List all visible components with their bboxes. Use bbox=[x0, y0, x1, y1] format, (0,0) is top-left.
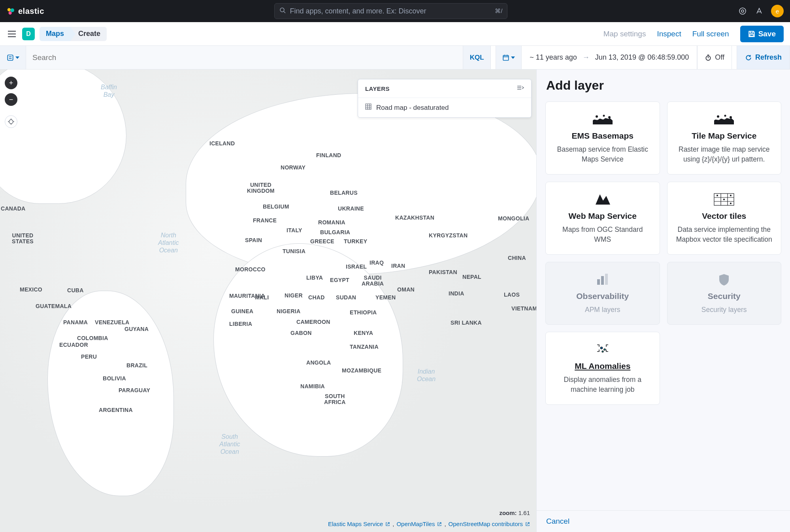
kql-toggle[interactable]: KQL bbox=[463, 46, 491, 69]
map-settings-link[interactable]: Map settings bbox=[603, 30, 646, 38]
country-label: KENYA bbox=[354, 330, 373, 336]
flyout-footer: Cancel bbox=[537, 510, 790, 532]
basemap-icon bbox=[365, 103, 371, 112]
country-label: BULGARIA bbox=[320, 229, 350, 235]
country-label: CHAD bbox=[308, 295, 325, 301]
date-picker-toggle[interactable] bbox=[496, 46, 522, 69]
layer-row[interactable]: Road map - desaturated bbox=[358, 98, 531, 117]
country-label: GABON bbox=[290, 330, 312, 336]
country-label: MALI bbox=[255, 295, 269, 301]
user-avatar[interactable]: e bbox=[771, 5, 784, 17]
elastic-logo-icon bbox=[6, 7, 15, 15]
filter-icon bbox=[7, 54, 14, 61]
country-label: SPAIN bbox=[245, 237, 262, 243]
country-label: UNITED STATES bbox=[12, 233, 34, 245]
country-label: UNITED KINGDOM bbox=[247, 182, 275, 194]
filter-menu[interactable] bbox=[0, 46, 26, 69]
cancel-button[interactable]: Cancel bbox=[546, 517, 569, 525]
svg-rect-49 bbox=[605, 274, 608, 285]
fullscreen-link[interactable]: Full screen bbox=[692, 30, 729, 38]
layers-stack: LAYERS Road map - desaturated Add layer bbox=[358, 74, 532, 98]
ocean-label: South Atlantic Ocean bbox=[219, 433, 240, 456]
country-label: TURKEY bbox=[344, 239, 367, 244]
svg-point-5 bbox=[739, 8, 746, 14]
brand-name: elastic bbox=[18, 7, 44, 16]
country-label: GREECE bbox=[310, 239, 334, 244]
map-canvas[interactable]: Baffin BayNorth Atlantic OceanSouth Atla… bbox=[0, 70, 536, 532]
external-link-icon bbox=[385, 522, 390, 526]
layer-card-wms[interactable]: Web Map ServiceMaps from OGC Standard WM… bbox=[545, 182, 660, 255]
layer-card-obs: ObservabilityAPM layers bbox=[545, 262, 660, 325]
attrib-osm[interactable]: OpenStreetMap contributors bbox=[449, 521, 523, 527]
zoom-in-button[interactable]: + bbox=[5, 77, 17, 89]
svg-rect-12 bbox=[503, 55, 509, 60]
locate-button[interactable] bbox=[5, 115, 17, 128]
svg-rect-27 bbox=[366, 104, 371, 109]
help-icon[interactable] bbox=[738, 6, 747, 16]
sec-icon bbox=[718, 272, 730, 288]
refresh-button[interactable]: Refresh bbox=[737, 46, 790, 69]
auto-refresh-toggle[interactable]: Off bbox=[697, 46, 732, 69]
card-title: Security bbox=[708, 291, 741, 301]
svg-rect-48 bbox=[601, 276, 604, 285]
app-chip[interactable]: D bbox=[22, 28, 35, 40]
attrib-ems[interactable]: Elastic Maps Service bbox=[328, 521, 383, 527]
country-label: LAOS bbox=[504, 292, 520, 298]
save-icon bbox=[748, 30, 755, 38]
country-label: YEMEN bbox=[375, 295, 396, 301]
global-search-shortcut: ⌘/ bbox=[495, 8, 502, 15]
layer-card-ems[interactable]: EMS BasemapsBasemap service from Elastic… bbox=[545, 102, 660, 175]
global-search-placeholder: Find apps, content, and more. Ex: Discov… bbox=[290, 7, 491, 15]
attrib-omt[interactable]: OpenMapTiles bbox=[396, 521, 435, 527]
external-link-icon bbox=[525, 522, 530, 526]
flyout-title: Add layer bbox=[546, 78, 781, 93]
search-icon bbox=[279, 7, 286, 15]
svg-point-3 bbox=[280, 8, 284, 12]
svg-point-19 bbox=[9, 120, 13, 124]
country-label: CANADA bbox=[1, 206, 25, 212]
country-label: ARGENTINA bbox=[99, 407, 133, 413]
card-desc: Display anomalies from a machine learnin… bbox=[554, 375, 652, 395]
country-label: BRAZIL bbox=[126, 363, 147, 368]
save-button[interactable]: Save bbox=[740, 26, 784, 42]
brand[interactable]: elastic bbox=[6, 7, 44, 16]
country-label: BOLIVIA bbox=[103, 376, 126, 382]
map-attribution: Elastic Maps Service , OpenMapTiles , Op… bbox=[328, 521, 530, 527]
card-desc: APM layers bbox=[585, 305, 620, 315]
obs-icon bbox=[596, 272, 609, 288]
country-label: IRAN bbox=[391, 263, 405, 269]
nav-toggle-icon[interactable] bbox=[6, 28, 17, 39]
time-to: Jun 13, 2019 @ 06:48:59.000 bbox=[595, 53, 689, 62]
breadcrumb-parent[interactable]: Maps bbox=[40, 27, 70, 41]
arrow-right-icon: → bbox=[583, 53, 590, 62]
layer-card-grid: EMS BasemapsBasemap service from Elastic… bbox=[545, 102, 781, 405]
mvt-icon bbox=[713, 192, 735, 207]
timer-icon bbox=[705, 54, 712, 61]
global-search[interactable]: Find apps, content, and more. Ex: Discov… bbox=[274, 3, 507, 19]
collapse-icon[interactable] bbox=[517, 85, 524, 92]
country-label: SAUDI ARABIA bbox=[362, 275, 384, 287]
main: Baffin BayNorth Atlantic OceanSouth Atla… bbox=[0, 70, 790, 532]
layers-panel: LAYERS Road map - desaturated bbox=[358, 79, 532, 118]
layer-card-ml[interactable]: ML AnomaliesDisplay anomalies from a mac… bbox=[545, 332, 660, 405]
layer-card-tms[interactable]: Tile Map ServiceRaster image tile map se… bbox=[667, 102, 782, 175]
newsfeed-icon[interactable] bbox=[754, 6, 764, 16]
zoom-out-button[interactable]: − bbox=[5, 93, 17, 106]
card-title: Web Map Service bbox=[569, 211, 637, 221]
card-desc: Data service implementing the Mapbox vec… bbox=[675, 225, 773, 245]
search-input[interactable] bbox=[26, 46, 463, 69]
country-label: BELGIUM bbox=[263, 204, 289, 210]
time-range[interactable]: ~ 11 years ago → Jun 13, 2019 @ 06:48:59… bbox=[522, 46, 697, 69]
time-from: ~ 11 years ago bbox=[530, 53, 577, 62]
layer-card-mvt[interactable]: Vector tilesData service implementing th… bbox=[667, 182, 782, 255]
ocean-label: Indian Ocean bbox=[417, 368, 436, 383]
svg-point-44 bbox=[724, 199, 725, 200]
card-desc: Basemap service from Elastic Maps Servic… bbox=[554, 145, 652, 165]
add-layer-flyout: Add layer EMS BasemapsBasemap service fr… bbox=[536, 70, 790, 532]
country-label: PARAGUAY bbox=[119, 387, 150, 393]
flyout-header: Add layer bbox=[537, 70, 790, 102]
layer-label: Road map - desaturated bbox=[376, 104, 449, 112]
inspect-link[interactable]: Inspect bbox=[657, 30, 681, 38]
refresh-label: Refresh bbox=[755, 53, 782, 62]
svg-point-46 bbox=[730, 195, 732, 196]
